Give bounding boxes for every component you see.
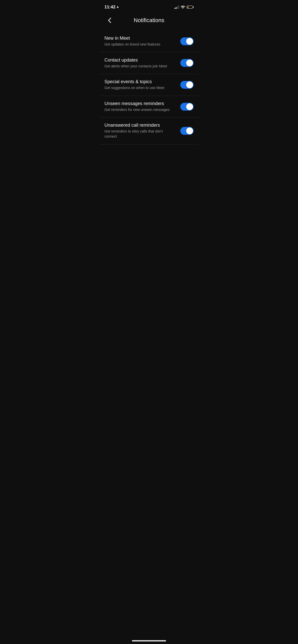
setting-title-unseen-messages: Unseen messages reminders	[104, 101, 175, 106]
page-title: Notifications	[115, 17, 183, 24]
battery-tip	[193, 6, 194, 8]
setting-title-contact-updates: Contact updates	[104, 57, 175, 63]
toggle-special-events[interactable]	[180, 81, 194, 89]
setting-description-special-events: Get suggestions on when to use Meet	[104, 85, 175, 91]
setting-title-new-in-meet: New in Meet	[104, 36, 175, 41]
wifi-icon	[181, 5, 185, 9]
toggle-unseen-messages[interactable]	[180, 103, 194, 111]
setting-text-contact-updates: Contact updatesGet alerts when your cont…	[104, 57, 180, 69]
signal-icon	[174, 5, 179, 9]
signal-bar-4	[178, 5, 179, 9]
time-display: 11:42	[104, 5, 115, 10]
status-time: 11:42	[104, 5, 119, 10]
toggle-unanswered-calls[interactable]	[180, 127, 194, 135]
status-icons	[174, 5, 194, 9]
page-header: Notifications	[99, 13, 199, 31]
signal-bar-1	[174, 8, 175, 9]
battery-fill	[187, 6, 189, 8]
toggle-knob-unseen-messages	[186, 103, 193, 110]
toggle-knob-new-in-meet	[186, 38, 193, 45]
setting-text-new-in-meet: New in MeetGet updates on brand new feat…	[104, 36, 180, 47]
location-icon	[116, 6, 119, 8]
setting-title-unanswered-calls: Unanswered call reminders	[104, 123, 175, 128]
settings-list: New in MeetGet updates on brand new feat…	[99, 31, 199, 144]
setting-item-special-events[interactable]: Special events & topicsGet suggestions o…	[99, 74, 199, 96]
toggle-knob-special-events	[186, 81, 193, 88]
setting-description-contact-updates: Get alerts when your contacts join Meet	[104, 64, 175, 69]
toggle-contact-updates[interactable]	[180, 59, 194, 67]
toggle-new-in-meet[interactable]	[180, 37, 194, 45]
setting-text-unseen-messages: Unseen messages remindersGet reminders f…	[104, 101, 180, 112]
status-bar: 11:42	[99, 0, 199, 13]
signal-bar-3	[177, 6, 178, 9]
setting-text-special-events: Special events & topicsGet suggestions o…	[104, 79, 180, 91]
setting-description-new-in-meet: Get updates on brand new features	[104, 42, 175, 47]
toggle-knob-contact-updates	[186, 60, 193, 66]
setting-item-new-in-meet[interactable]: New in MeetGet updates on brand new feat…	[99, 31, 199, 52]
setting-item-contact-updates[interactable]: Contact updatesGet alerts when your cont…	[99, 52, 199, 74]
setting-item-unseen-messages[interactable]: Unseen messages remindersGet reminders f…	[99, 96, 199, 118]
signal-bar-2	[176, 7, 177, 9]
setting-description-unseen-messages: Get reminders for new unseen messages	[104, 107, 175, 112]
setting-item-unanswered-calls[interactable]: Unanswered call remindersGet reminders t…	[99, 118, 199, 144]
setting-title-special-events: Special events & topics	[104, 79, 175, 84]
setting-text-unanswered-calls: Unanswered call remindersGet reminders t…	[104, 123, 180, 139]
battery-icon	[187, 6, 194, 9]
back-chevron-icon	[108, 18, 111, 23]
toggle-knob-unanswered-calls	[186, 127, 193, 134]
setting-description-unanswered-calls: Get reminders to retry calls that don't …	[104, 129, 175, 139]
back-button[interactable]	[104, 15, 115, 25]
